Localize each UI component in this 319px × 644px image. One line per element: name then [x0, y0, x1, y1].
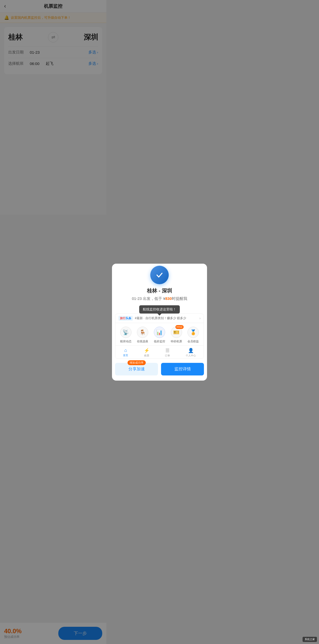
modal-overlay[interactable]: 桂林 - 深圳 01-23 出发，低于 ¥830时提醒我 航线监控收进这里啦！ …	[0, 0, 106, 215]
